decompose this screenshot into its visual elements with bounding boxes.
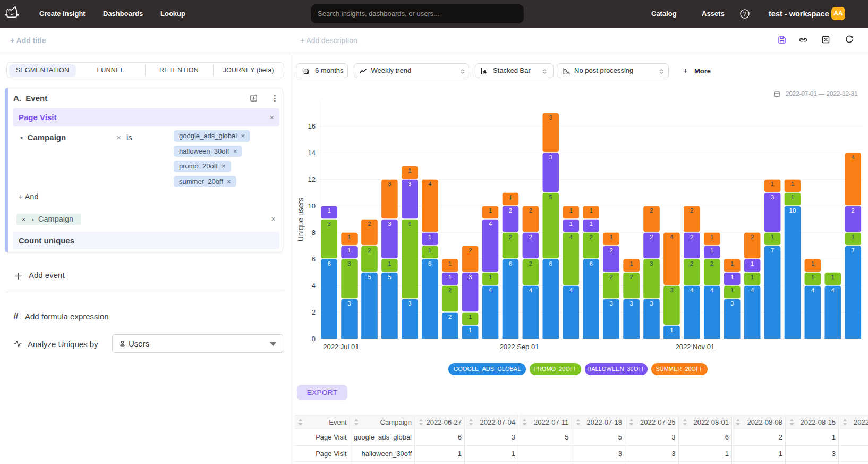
svg-text:4: 4 — [569, 234, 573, 240]
svg-text:4: 4 — [690, 287, 694, 293]
svg-text:3: 3 — [609, 300, 612, 307]
svg-text:4: 4 — [831, 287, 835, 293]
svg-text:Unique users: Unique users — [296, 198, 305, 242]
svg-text:3: 3 — [549, 154, 552, 161]
svg-text:1: 1 — [448, 260, 452, 267]
svg-text:1: 1 — [327, 207, 330, 214]
svg-text:6: 6 — [327, 260, 330, 267]
svg-text:4: 4 — [569, 287, 573, 293]
svg-text:2: 2 — [529, 260, 532, 267]
svg-text:2: 2 — [609, 274, 612, 280]
svg-text:12: 12 — [308, 175, 316, 183]
svg-text:2: 2 — [650, 207, 653, 214]
svg-text:4: 4 — [489, 287, 492, 293]
svg-text:1: 1 — [710, 234, 713, 240]
svg-text:1: 1 — [347, 247, 351, 254]
svg-text:1: 1 — [609, 234, 612, 240]
svg-text:1: 1 — [811, 260, 814, 267]
svg-text:16: 16 — [308, 122, 316, 130]
svg-text:6: 6 — [589, 260, 592, 267]
svg-text:2022 Sep 01: 2022 Sep 01 — [500, 343, 539, 351]
svg-text:1: 1 — [589, 207, 592, 214]
svg-text:2: 2 — [448, 314, 452, 320]
svg-text:14: 14 — [308, 149, 316, 157]
svg-text:1: 1 — [569, 221, 573, 227]
svg-text:2: 2 — [710, 260, 713, 267]
svg-text:1: 1 — [589, 221, 592, 227]
svg-text:3: 3 — [730, 300, 734, 307]
svg-text:2: 2 — [469, 247, 472, 254]
svg-text:2: 2 — [589, 234, 592, 240]
svg-text:2: 2 — [609, 247, 612, 254]
svg-text:1: 1 — [469, 327, 472, 333]
svg-text:1: 1 — [448, 274, 452, 280]
svg-text:2: 2 — [509, 234, 512, 240]
svg-text:3: 3 — [327, 221, 330, 227]
svg-text:1: 1 — [771, 234, 774, 240]
svg-text:3: 3 — [549, 114, 552, 121]
svg-text:1: 1 — [347, 234, 351, 240]
svg-text:4: 4 — [852, 154, 855, 161]
svg-text:2022 Nov 01: 2022 Nov 01 — [675, 343, 714, 351]
svg-text:2: 2 — [852, 207, 855, 214]
svg-text:10: 10 — [789, 207, 796, 214]
svg-text:1: 1 — [509, 194, 512, 200]
svg-text:4: 4 — [670, 234, 674, 240]
svg-text:2: 2 — [690, 260, 693, 267]
svg-text:3: 3 — [670, 287, 673, 293]
svg-text:1: 1 — [629, 260, 633, 267]
svg-text:2: 2 — [751, 234, 754, 240]
svg-text:3: 3 — [650, 300, 653, 307]
svg-text:1: 1 — [791, 194, 794, 200]
svg-text:1: 1 — [489, 274, 492, 280]
svg-text:3: 3 — [469, 274, 472, 280]
svg-text:1: 1 — [811, 274, 814, 280]
svg-text:4: 4 — [529, 287, 533, 293]
svg-text:1: 1 — [771, 181, 774, 187]
svg-text:6: 6 — [408, 221, 411, 227]
svg-text:1: 1 — [730, 287, 734, 293]
svg-text:2: 2 — [529, 207, 532, 214]
svg-text:1: 1 — [730, 260, 734, 267]
svg-text:3: 3 — [347, 300, 351, 307]
svg-text:1: 1 — [469, 314, 472, 320]
svg-text:2: 2 — [690, 234, 693, 240]
svg-text:4: 4 — [428, 181, 432, 187]
svg-text:2: 2 — [509, 207, 512, 214]
svg-text:4: 4 — [312, 282, 316, 290]
svg-text:2: 2 — [529, 234, 532, 240]
svg-text:3: 3 — [408, 181, 411, 187]
svg-text:1: 1 — [751, 274, 754, 280]
svg-text:7: 7 — [771, 247, 774, 254]
svg-text:3: 3 — [650, 260, 653, 267]
svg-text:4: 4 — [710, 287, 714, 293]
svg-text:8: 8 — [312, 229, 316, 237]
svg-text:1: 1 — [670, 327, 673, 333]
svg-text:2: 2 — [368, 221, 371, 227]
svg-text:1: 1 — [710, 247, 713, 254]
svg-text:3: 3 — [388, 221, 391, 227]
svg-text:2022 Jul 01: 2022 Jul 01 — [323, 343, 359, 351]
svg-text:6: 6 — [509, 260, 512, 267]
svg-text:3: 3 — [771, 194, 774, 200]
svg-text:7: 7 — [852, 247, 855, 254]
svg-text:2: 2 — [368, 247, 371, 254]
svg-text:2: 2 — [650, 234, 653, 240]
svg-text:5: 5 — [368, 274, 371, 280]
svg-text:1: 1 — [428, 247, 431, 254]
svg-text:1: 1 — [730, 274, 734, 280]
svg-text:5: 5 — [549, 194, 552, 200]
svg-text:1: 1 — [489, 207, 492, 214]
svg-text:1: 1 — [751, 260, 754, 267]
svg-text:1: 1 — [408, 167, 411, 174]
svg-text:0: 0 — [312, 335, 316, 343]
svg-text:4: 4 — [751, 287, 754, 293]
svg-text:4: 4 — [489, 221, 492, 227]
svg-text:3: 3 — [629, 300, 633, 307]
svg-text:1: 1 — [428, 234, 431, 240]
svg-text:6: 6 — [549, 260, 552, 267]
svg-text:3: 3 — [347, 260, 351, 267]
svg-text:2: 2 — [448, 287, 452, 293]
svg-text:2: 2 — [690, 207, 693, 214]
svg-text:10: 10 — [308, 202, 316, 210]
